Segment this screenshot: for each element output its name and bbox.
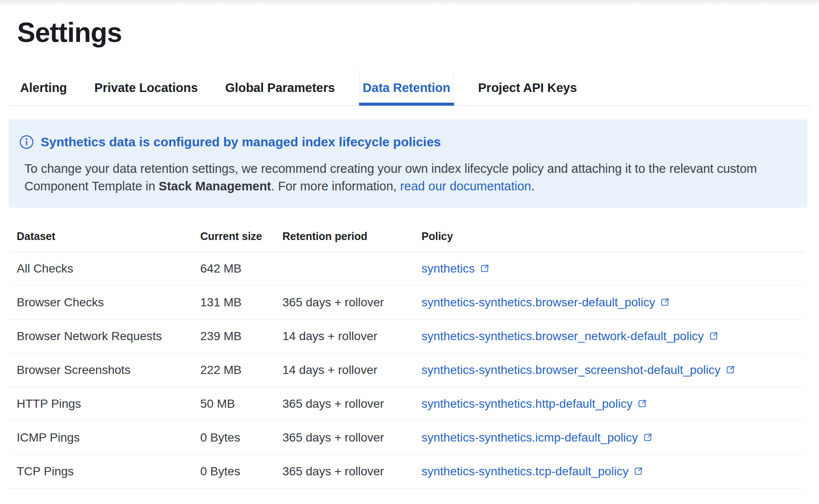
tab-data-retention[interactable]: Data Retention <box>359 71 454 105</box>
policy-link[interactable]: synthetics-synthetics.http-default_polic… <box>421 397 647 411</box>
column-header-dataset: Dataset <box>9 222 200 252</box>
current-size-cell: 222 MB <box>200 353 282 387</box>
column-header-current-size: Current size <box>200 222 282 252</box>
current-size-cell: 0 Bytes <box>200 421 282 454</box>
policy-link-label: synthetics <box>421 262 475 276</box>
callout-body-bold: Stack Management <box>159 179 271 193</box>
policy-link-label: synthetics-synthetics.icmp-default_polic… <box>421 431 638 445</box>
policy-cell: synthetics <box>421 252 804 285</box>
data-retention-table: DatasetCurrent sizeRetention periodPolic… <box>9 222 804 489</box>
retention-period-cell: 365 days + rollover <box>282 387 421 421</box>
dataset-cell: Browser Screenshots <box>9 353 200 387</box>
policy-link[interactable]: synthetics-synthetics.tcp-default_policy <box>421 465 643 478</box>
current-size-cell: 239 MB <box>200 319 282 353</box>
policy-cell: synthetics-synthetics.browser-default_po… <box>421 285 804 319</box>
table-row: ICMP Pings0 Bytes365 days + rolloversynt… <box>9 421 804 454</box>
read-documentation-link[interactable]: read our documentation <box>400 179 531 193</box>
table-row: Browser Checks131 MB365 days + rollovers… <box>9 285 804 319</box>
policy-cell: synthetics-synthetics.browser_screenshot… <box>421 353 804 387</box>
settings-tab-bar: AlertingPrivate LocationsGlobal Paramete… <box>9 71 810 106</box>
external-link-icon <box>637 399 647 409</box>
tab-private-locations[interactable]: Private Locations <box>91 71 202 105</box>
page-title: Settings <box>17 16 819 49</box>
table-header-row: DatasetCurrent sizeRetention periodPolic… <box>9 222 804 252</box>
current-size-cell: 0 Bytes <box>200 454 282 488</box>
policy-link-label: synthetics-synthetics.tcp-default_policy <box>421 465 629 478</box>
policy-cell: synthetics-synthetics.browser_network-de… <box>421 319 804 353</box>
dataset-cell: TCP Pings <box>9 454 200 488</box>
policy-link-label: synthetics-synthetics.http-default_polic… <box>421 397 632 411</box>
retention-period-cell <box>282 252 421 285</box>
current-size-cell: 642 MB <box>200 252 282 285</box>
policy-cell: synthetics-synthetics.http-default_polic… <box>421 387 804 421</box>
dataset-cell: HTTP Pings <box>9 387 200 421</box>
ilm-info-callout: Synthetics data is configured by managed… <box>9 119 807 208</box>
external-link-icon <box>709 331 718 341</box>
info-icon <box>19 135 34 149</box>
dataset-cell: Browser Network Requests <box>9 319 200 353</box>
retention-period-cell: 365 days + rollover <box>282 421 421 454</box>
column-header-policy: Policy <box>421 222 804 252</box>
policy-cell: synthetics-synthetics.icmp-default_polic… <box>421 421 804 454</box>
callout-header: Synthetics data is configured by managed… <box>19 133 790 151</box>
callout-body: To change your data retention settings, … <box>24 160 790 195</box>
tab-project-api-keys[interactable]: Project API Keys <box>475 71 580 105</box>
dataset-cell: ICMP Pings <box>9 421 200 454</box>
callout-body-text: . For more information, <box>271 179 400 193</box>
policy-cell: synthetics-synthetics.tcp-default_policy <box>421 454 804 488</box>
policy-link-label: synthetics-synthetics.browser-default_po… <box>421 296 655 309</box>
retention-period-cell: 14 days + rollover <box>282 353 421 387</box>
retention-period-cell: 365 days + rollover <box>282 285 421 319</box>
table-row: All Checks642 MBsynthetics <box>9 252 804 285</box>
table-row: TCP Pings0 Bytes365 days + rolloversynth… <box>9 454 804 488</box>
retention-period-cell: 14 days + rollover <box>282 319 421 353</box>
policy-link[interactable]: synthetics <box>421 262 490 276</box>
policy-link[interactable]: synthetics-synthetics.browser_network-de… <box>421 329 718 343</box>
external-link-icon <box>633 466 643 476</box>
retention-period-cell: 365 days + rollover <box>282 454 421 488</box>
callout-body-text: . <box>531 179 534 193</box>
external-link-icon <box>725 365 735 375</box>
table-row: HTTP Pings50 MB365 days + rolloversynthe… <box>9 387 804 421</box>
external-link-icon <box>480 264 490 273</box>
column-header-retention-period: Retention period <box>282 222 421 252</box>
external-link-icon <box>643 433 653 442</box>
current-size-cell: 131 MB <box>200 285 282 319</box>
current-size-cell: 50 MB <box>200 387 282 421</box>
tab-alerting[interactable]: Alerting <box>17 71 71 105</box>
dataset-cell: Browser Checks <box>9 285 200 319</box>
callout-title: Synthetics data is configured by managed… <box>41 133 441 151</box>
tab-global-parameters[interactable]: Global Parameters <box>222 71 338 105</box>
policy-link-label: synthetics-synthetics.browser_screenshot… <box>421 363 721 377</box>
top-scroll-shadow <box>0 0 819 6</box>
table-row: Browser Network Requests239 MB14 days + … <box>9 319 804 353</box>
policy-link[interactable]: synthetics-synthetics.icmp-default_polic… <box>421 431 653 445</box>
policy-link[interactable]: synthetics-synthetics.browser_screenshot… <box>421 363 735 377</box>
dataset-cell: All Checks <box>9 252 200 285</box>
external-link-icon <box>660 297 670 307</box>
table-row: Browser Screenshots222 MB14 days + rollo… <box>9 353 804 387</box>
policy-link-label: synthetics-synthetics.browser_network-de… <box>421 329 704 343</box>
policy-link[interactable]: synthetics-synthetics.browser-default_po… <box>421 296 670 309</box>
